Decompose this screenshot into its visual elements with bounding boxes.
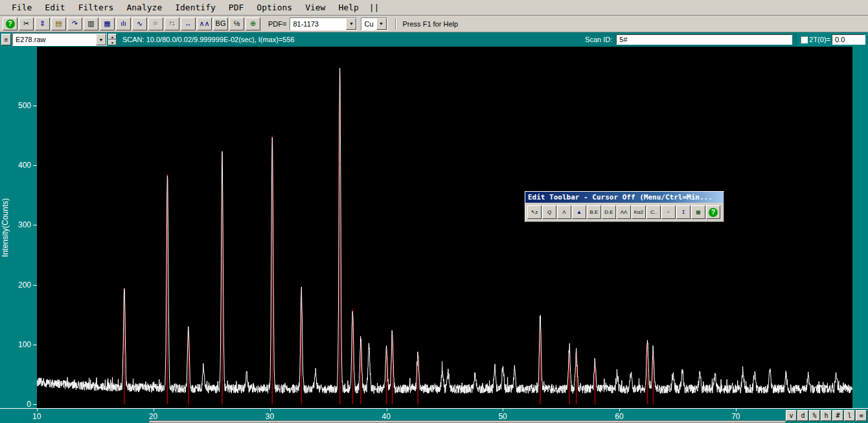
diffraction-trace [37, 68, 852, 393]
open-folder-icon: ▤ [55, 20, 62, 27]
revert-button[interactable]: ↷ [67, 17, 82, 30]
y-tick-label: 300 [18, 220, 31, 229]
zoom-tool-button[interactable]: Q [542, 205, 556, 219]
open-file-button[interactable]: ▤ [51, 17, 66, 30]
axis-d-button[interactable]: d [797, 410, 808, 421]
smooth-button[interactable]: ℅ [229, 17, 244, 30]
cursor-tool-button[interactable]: ↖z [527, 205, 542, 219]
y-tick-label: 500 [18, 101, 31, 110]
printer-icon: ▥ [87, 20, 94, 27]
spin-up-icon[interactable]: ▲ [108, 34, 117, 40]
grid-icon: ▦ [696, 210, 701, 215]
anode-combobox[interactable]: Cu ▼ [361, 17, 387, 30]
axis-buttons: vd%h#l≡ [786, 410, 867, 421]
axis-menu-button[interactable]: ≡ [856, 410, 867, 421]
globe-icon: ⊕ [250, 20, 256, 27]
axis-h-button[interactable]: h [821, 410, 832, 421]
menu-item-filters[interactable]: Filters [72, 1, 120, 14]
y-tick-label: 400 [18, 161, 31, 170]
chevron-down-icon[interactable]: ▼ [96, 34, 106, 45]
edit-toolbar-titlebar[interactable]: Edit Toolbar - Cursor Off (Menu/Ctrl=Min… [525, 192, 724, 203]
x-tick-label: 10 [32, 412, 41, 421]
menu-item-analyze[interactable]: Analyze [120, 1, 168, 14]
xrd-app-window: FileEditFiltersAnalyzeIdentifyPDFOptions… [0, 0, 868, 423]
menu-item-file[interactable]: File [5, 1, 38, 14]
question-icon: ? [709, 208, 718, 217]
data-edit-button[interactable]: D.E [602, 205, 616, 219]
theta-zero-checkbox[interactable] [801, 36, 808, 43]
menu-item-options[interactable]: Options [250, 1, 299, 14]
sm-percent-icon: ℅ [234, 20, 240, 27]
x-tick [736, 409, 737, 411]
spin-down-icon[interactable]: ▼ [108, 40, 117, 45]
menu-bar: FileEditFiltersAnalyzeIdentifyPDFOptions… [0, 0, 868, 16]
cursor-arrow-icon: ↖z [531, 210, 538, 215]
menu-item-pdf[interactable]: PDF [222, 1, 250, 14]
edit-toolbar-window[interactable]: Edit Toolbar - Cursor Off (Menu/Ctrl=Min… [525, 191, 724, 222]
axis-v-button[interactable]: v [786, 410, 797, 421]
save-button[interactable]: ▦ [100, 17, 115, 30]
background-edit-button[interactable]: B.E [587, 205, 601, 219]
horizontal-scrollbar[interactable] [149, 420, 786, 423]
overlay-icon: ≋ [153, 20, 159, 27]
x-tick [270, 409, 271, 411]
peak-id-button[interactable]: ∧∧ [197, 17, 212, 30]
web-button[interactable]: ⊕ [246, 17, 260, 30]
left-right-arrows-icon: ↔ [185, 20, 192, 27]
menu-item-identify[interactable]: Identify [168, 1, 222, 14]
pdf-combobox-value: 81-1173 [290, 20, 346, 28]
menu-item-help[interactable]: Help [332, 1, 365, 14]
pdf-combobox[interactable]: 81-1173 ▼ [290, 17, 357, 30]
disk-icon: ▦ [104, 20, 110, 27]
diffraction-plot[interactable] [37, 47, 852, 408]
theta-zero-label: 2T(0)= [809, 36, 830, 43]
print-button[interactable]: ▥ [84, 17, 98, 30]
scan-spinner: ▲ ▼ [108, 34, 117, 45]
plot-area[interactable] [37, 47, 852, 408]
scan-list-button[interactable]: ≡ [1, 34, 11, 45]
background-button[interactable]: BG [213, 17, 228, 30]
scan-id-label: Scan ID: [585, 36, 612, 43]
file-combobox-value: E278.raw [13, 36, 96, 43]
peaks-icon: ∧∧ [199, 20, 209, 27]
ka2-strip-button[interactable]: Kα2 [632, 205, 646, 219]
peak-fill-tool-button[interactable]: ▲ [572, 205, 586, 219]
c-letters-icon: C.. [650, 210, 657, 215]
axis-l-button[interactable]: l [844, 410, 855, 421]
toolbar-buttons: ?✂⇕▤↷▥▦ılı∿≋⇆↔∧∧BG℅⊕ [3, 17, 260, 30]
edit-toolbar-buttons: ↖zQΛ▲B.ED.EΛΛKα2C..A↥▦? [525, 203, 724, 222]
profile-tool-button[interactable]: Λ [557, 205, 571, 219]
grid-toggle-button[interactable]: ▦ [691, 205, 705, 219]
menu-item-edit[interactable]: Edit [38, 1, 71, 14]
x-tick-label: 30 [266, 412, 274, 421]
x-tick-label: 70 [731, 412, 740, 421]
chevron-down-icon[interactable]: ▼ [376, 18, 387, 30]
chevron-down-icon[interactable]: ▼ [346, 18, 356, 30]
edit-button[interactable]: ✂ [19, 17, 34, 30]
rescale-button[interactable]: ↥ [676, 205, 691, 219]
toolbar-help-button[interactable]: ? [706, 205, 720, 219]
scan-bar: ≡ E278.raw ▼ ▲ ▼ SCAN: 10.0/80.0/0.02/9.… [0, 32, 868, 47]
y-axis-title-strip: Intensity(Counts) [0, 47, 10, 408]
anode-combobox-value: Cu [361, 20, 376, 28]
axis-percent-button[interactable]: % [809, 410, 820, 421]
pdf-label: PDF= [268, 20, 286, 28]
x-tick [154, 409, 154, 411]
peak-edit-button[interactable]: ΛΛ [617, 205, 631, 219]
calibrate-button[interactable]: C.. [646, 205, 661, 219]
report-button[interactable]: ılı [116, 17, 131, 30]
navigate-button[interactable]: ⇕ [35, 17, 50, 30]
y-tick-label: 0 [27, 400, 31, 409]
axis-hash-button[interactable]: # [832, 410, 843, 421]
x-tick-label: 60 [615, 412, 623, 421]
help-button[interactable]: ? [3, 17, 17, 30]
x-tick [37, 409, 38, 411]
expand-button[interactable]: ↔ [181, 17, 196, 30]
scan-id-field[interactable]: 5# [616, 34, 792, 45]
plot-region: Intensity(Counts) 0100200300400500 [0, 47, 868, 408]
menu-item-view[interactable]: View [299, 1, 332, 14]
up-down-arrows-icon: ⇕ [40, 20, 45, 27]
profile-fit-button[interactable]: ∿ [132, 17, 147, 30]
file-combobox[interactable]: E278.raw ▼ [12, 33, 107, 46]
theta-zero-field[interactable]: 0.0 [832, 34, 865, 45]
